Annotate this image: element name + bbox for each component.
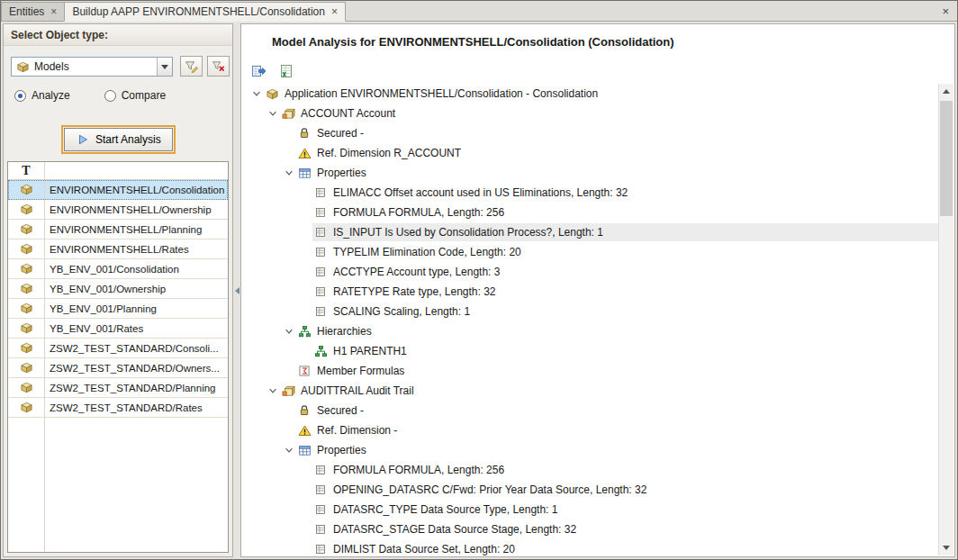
chevron-down-icon[interactable] — [249, 88, 264, 99]
tree-node[interactable]: RATETYPE Rate type, Length: 32 — [242, 282, 938, 302]
tree-node[interactable]: ACCTYPE Account type, Length: 3 — [242, 262, 938, 282]
tree-node[interactable]: Secured - — [242, 123, 938, 143]
compare-radio-label: Compare — [122, 89, 166, 102]
tree-node[interactable]: OPENING_DATASRC C/Fwd: Prior Year Data S… — [242, 480, 938, 500]
tree-node-label: ACCOUNT Account — [301, 107, 395, 120]
export-excel-button[interactable] — [275, 60, 298, 82]
tree-node[interactable]: FORMULA FORMULA, Length: 256 — [242, 460, 938, 480]
tree-node[interactable]: SCALING Scaling, Length: 1 — [242, 302, 938, 321]
start-analysis-highlight: Start Analysis — [61, 125, 176, 154]
tab-buildup-analysis[interactable]: Buildup AAPP ENVIRONMENTSHELL/Consolidat… — [64, 2, 346, 22]
chevron-down-icon[interactable] — [266, 108, 280, 119]
panel-splitter[interactable] — [233, 23, 240, 557]
tree-node[interactable]: IS_INPUT Is Used by Consolidation Proces… — [242, 222, 938, 242]
tree-node-content: Secured - — [296, 124, 938, 142]
scrollbar-thumb[interactable] — [940, 101, 953, 216]
tree-node[interactable]: Hierarchies — [242, 321, 938, 341]
tree-indent — [249, 510, 298, 510]
model-list-item[interactable]: ZSW2_TEST_STANDARD/Planning — [8, 378, 228, 398]
tree-node[interactable]: DATASRC_TYPE Data Source Type, Length: 1 — [242, 500, 938, 519]
table-icon — [297, 443, 312, 457]
scroll-down-button[interactable] — [939, 540, 953, 555]
tree-node-content: Member Formulas — [296, 362, 938, 380]
tree-node[interactable]: TYPELIM Elimination Code, Length: 20 — [242, 242, 938, 262]
object-type-dropdown[interactable]: Models — [11, 57, 173, 77]
define-filter-button[interactable] — [180, 56, 203, 77]
model-list-item[interactable]: YB_ENV_001/Ownership — [8, 279, 228, 299]
tab-entities[interactable]: Entities × — [1, 2, 65, 21]
hierarchy-icon — [313, 344, 328, 358]
chevron-down-icon[interactable] — [282, 167, 296, 178]
radio-unchecked-icon — [104, 90, 116, 102]
close-icon[interactable]: × — [50, 6, 57, 17]
tree-node-content: Properties — [296, 441, 938, 459]
scroll-up-button[interactable] — [939, 84, 953, 99]
tree-indent — [249, 450, 282, 451]
package-icon — [19, 282, 33, 296]
package-icon — [265, 86, 279, 101]
model-list-item[interactable]: ZSW2_TEST_STANDARD/Consoli... — [8, 339, 228, 358]
tree-node[interactable]: AUDITTRAIL Audit Trail — [242, 381, 938, 401]
clear-filter-button[interactable] — [207, 56, 230, 77]
chevron-down-icon[interactable] — [282, 445, 296, 456]
filter-icon — [185, 59, 199, 74]
chevron-down-icon[interactable] — [282, 326, 296, 337]
tree-node[interactable]: Ref. Dimension R_ACCOUNT — [242, 143, 938, 163]
tree-node-content: Properties — [296, 164, 938, 182]
vertical-scrollbar[interactable] — [938, 84, 953, 555]
tree-node-content: RATETYPE Rate type, Length: 32 — [312, 283, 938, 301]
property-icon — [313, 542, 328, 555]
tab-label: Buildup AAPP ENVIRONMENTSHELL/Consolidat… — [72, 5, 325, 18]
property-icon — [313, 245, 328, 259]
tree-node[interactable]: ACCOUNT Account — [242, 104, 938, 123]
model-list-item[interactable]: ZSW2_TEST_STANDARD/Rates — [8, 398, 228, 418]
tree-indent — [249, 153, 282, 154]
tree-indent — [249, 371, 282, 372]
chevron-down-icon[interactable] — [266, 385, 280, 396]
tree-node-label: OPENING_DATASRC C/Fwd: Prior Year Data S… — [333, 483, 646, 496]
model-list-item[interactable]: YB_ENV_001/Planning — [8, 299, 228, 319]
property-icon — [313, 185, 328, 200]
tree-indent — [249, 331, 282, 332]
tree-node-content: AUDITTRAIL Audit Trail — [280, 382, 938, 400]
tree-node[interactable]: Secured - — [242, 401, 938, 420]
export-button[interactable] — [247, 60, 270, 82]
tree-node[interactable]: Properties — [242, 163, 938, 183]
tree-node-content: ACCOUNT Account — [280, 104, 938, 122]
tree-node[interactable]: Application ENVIRONMENTSHELL/Consolidati… — [242, 84, 938, 104]
scroll-down-icon — [943, 546, 950, 550]
model-list-item[interactable]: ZSW2_TEST_STANDARD/Owners... — [8, 358, 228, 378]
model-list-item[interactable]: ENVIRONMENTSHELL/Consolidation — [8, 180, 228, 200]
compare-radio[interactable]: Compare — [104, 89, 166, 102]
model-list-item-label: ZSW2_TEST_STANDARD/Rates — [44, 402, 228, 413]
tree-node[interactable]: ELIMACC Offset account used in US Elimin… — [242, 183, 938, 203]
tree-node[interactable]: DIMLIST Data Source Set, Length: 20 — [242, 539, 938, 555]
model-list-item-label: YB_ENV_001/Planning — [44, 303, 228, 314]
tree-node-label: Ref. Dimension R_ACCOUNT — [317, 147, 461, 159]
tree-node[interactable]: Ref. Dimension - — [242, 420, 938, 440]
close-icon[interactable]: × — [331, 6, 338, 17]
tree-node-content: ACCTYPE Account type, Length: 3 — [312, 263, 938, 281]
model-list-item[interactable]: ENVIRONMENTSHELL/Planning — [8, 220, 228, 239]
tree-node[interactable]: Properties — [242, 440, 938, 460]
tree-node[interactable]: DATASRC_STAGE Data Source Stage, Length:… — [242, 519, 938, 539]
model-list-item[interactable]: ENVIRONMENTSHELL/Ownership — [8, 200, 228, 220]
model-icon-cell — [8, 282, 44, 296]
model-list-item[interactable]: YB_ENV_001/Rates — [8, 319, 228, 339]
tree-node[interactable]: FORMULA FORMULA, Length: 256 — [242, 203, 938, 222]
analyze-radio-label: Analyze — [32, 89, 70, 102]
tree-node-content: ELIMACC Offset account used in US Elimin… — [312, 184, 938, 202]
tree-node[interactable]: H1 PARENTH1 — [242, 341, 938, 361]
tree-indent — [249, 193, 298, 194]
radio-checked-icon — [14, 90, 26, 102]
model-icon-cell — [8, 242, 44, 257]
model-list-item[interactable]: ENVIRONMENTSHELL/Rates — [8, 239, 228, 259]
tree-indent — [249, 212, 298, 213]
tree-node[interactable]: Member Formulas — [242, 361, 938, 381]
model-list-item[interactable]: YB_ENV_001/Consolidation — [8, 259, 228, 279]
text-filter-button[interactable]: T — [8, 164, 44, 178]
close-icon[interactable]: × — [934, 5, 957, 18]
analyze-radio[interactable]: Analyze — [14, 89, 70, 102]
start-analysis-button[interactable]: Start Analysis — [64, 128, 173, 151]
dropdown-arrow-button[interactable] — [157, 58, 172, 76]
